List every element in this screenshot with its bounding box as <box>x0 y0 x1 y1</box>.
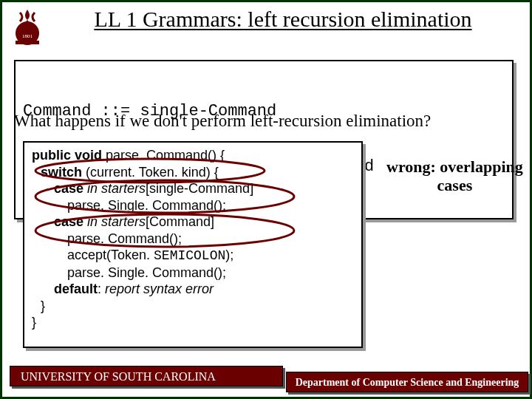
code-l11: } <box>32 315 36 330</box>
code-l3b: in starters <box>87 181 146 196</box>
code-l2b: (current. Token. kind) { <box>82 165 219 180</box>
university-logo: 1801 <box>10 8 45 50</box>
kw-switch: switch <box>41 165 82 180</box>
code-l1b: parse. Command() { <box>102 148 225 163</box>
code-l9b: : <box>98 282 105 296</box>
kw-default: default <box>54 282 98 296</box>
code-l7c: ); <box>225 248 233 262</box>
code-l3c: [single-Command] <box>146 181 253 196</box>
annotation-wrong: wrong: overlapping cases <box>386 157 523 195</box>
svg-text:1801: 1801 <box>22 33 33 39</box>
annotation-line-2: cases <box>386 176 523 194</box>
kw-case-2: case <box>54 214 87 229</box>
question-text: What happens if we don't perform left-re… <box>14 112 431 131</box>
code-box: public void parse. Command() { switch (c… <box>23 141 363 348</box>
code-l6: parse. Command(); <box>67 231 182 246</box>
kw-case-1: case <box>54 181 87 196</box>
code-l9c: report syntax error <box>105 282 214 296</box>
code-l8: parse. Single. Command(); <box>67 265 226 280</box>
kw-public-void: public void <box>32 148 102 163</box>
footer-university: UNIVERSITY OF SOUTH CAROLINA <box>10 366 283 386</box>
code-l7b: SEMICOLON <box>154 248 225 263</box>
slide: 1801 LL 1 Grammars: left recursion elimi… <box>0 0 532 399</box>
code-l7a: accept(Token. <box>67 248 154 262</box>
footer-department: Department of Computer Science and Engin… <box>286 372 528 392</box>
code-l5b: in starters <box>87 214 146 229</box>
svg-rect-1 <box>16 41 39 44</box>
code-l10: } <box>41 299 45 313</box>
slide-title: LL 1 Grammars: left recursion eliminatio… <box>54 7 512 31</box>
footer: UNIVERSITY OF SOUTH CAROLINA Department … <box>2 369 530 397</box>
code-l5c: [Command] <box>146 214 214 229</box>
code-l4: parse. Single. Command(); <box>67 198 226 213</box>
annotation-line-1: wrong: overlapping <box>386 157 523 176</box>
